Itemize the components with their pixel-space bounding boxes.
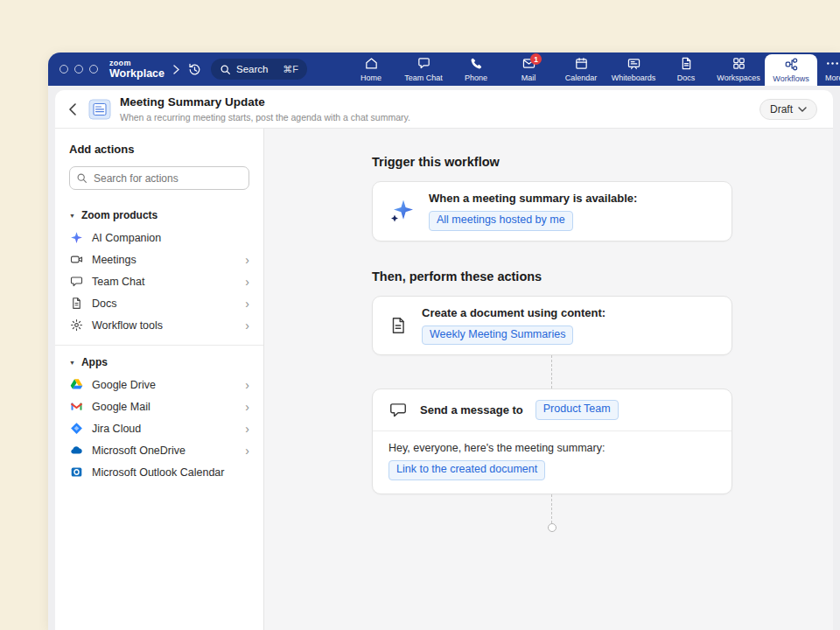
sidebar-divider (55, 345, 263, 346)
zoom-workplace-logo: zoom Workplace (109, 60, 164, 80)
workspaces-icon (732, 56, 746, 71)
chevron-left-icon (69, 103, 76, 116)
tab-mail[interactable]: Mail 1 (502, 52, 555, 86)
video-camera-icon (69, 253, 83, 266)
chevron-right-icon: › (245, 444, 249, 457)
sidebar-item-team-chat[interactable]: Team Chat › (69, 270, 249, 292)
workflow-canvas: Trigger this workflow When a meeting sum… (264, 129, 833, 630)
workflow-end-node (548, 523, 556, 532)
sidebar-item-workflow-tools[interactable]: Workflow tools › (69, 314, 249, 336)
trigger-scope-chip[interactable]: All meetings hosted by me (429, 211, 573, 231)
actions-search-input[interactable] (69, 166, 249, 190)
triangle-down-icon: ▼ (69, 213, 75, 219)
gear-icon (69, 318, 83, 332)
history-button[interactable] (187, 62, 202, 77)
tab-phone[interactable]: Phone (450, 52, 502, 86)
chevron-down-icon (798, 107, 807, 112)
trigger-card-content: When a meeting summary is available: All… (429, 192, 637, 231)
chevron-right-icon: › (245, 401, 249, 413)
window-controls (60, 65, 98, 74)
chevron-right-icon: › (245, 298, 249, 310)
chevron-right-icon: › (245, 254, 249, 266)
onedrive-icon (69, 444, 83, 457)
send-message-card[interactable]: Send a message to Product Team Hey, ever… (372, 388, 732, 494)
trigger-text: When a meeting summary is available: (429, 192, 637, 205)
logo-workplace-text: Workplace (109, 68, 164, 80)
tab-workflows[interactable]: Workflows (765, 54, 817, 86)
sidebar-item-meetings[interactable]: Meetings › (69, 248, 249, 270)
chevron-right-icon: › (245, 276, 249, 288)
window-close-button[interactable] (60, 65, 68, 74)
chevron-right-icon (173, 65, 179, 74)
sidebar-item-google-mail[interactable]: Google Mail › (69, 396, 249, 417)
trigger-card[interactable]: When a meeting summary is available: All… (372, 181, 732, 242)
section-apps[interactable]: ▼ Apps (69, 351, 249, 374)
sidebar-item-google-drive[interactable]: Google Drive › (69, 374, 249, 396)
sidebar-item-jira-cloud[interactable]: Jira Cloud › (69, 417, 249, 439)
search-icon (220, 64, 231, 75)
window-zoom-button[interactable] (89, 65, 98, 74)
chevron-right-icon: › (245, 319, 249, 332)
logo-zoom-text: zoom (109, 60, 164, 67)
recipient-chip[interactable]: Product Team (536, 400, 619, 420)
message-body: Hey, everyone, here's the meeting summar… (373, 431, 732, 494)
tab-team-chat[interactable]: Team Chat (397, 52, 450, 86)
tab-whiteboards[interactable]: Whiteboards (607, 52, 660, 86)
history-icon (187, 62, 202, 77)
status-dropdown[interactable]: Draft (760, 99, 817, 120)
sidebar-item-docs[interactable]: Docs › (69, 292, 249, 314)
tab-more[interactable]: More (817, 52, 840, 86)
mail-badge: 1 (530, 53, 542, 65)
section-zoom-products[interactable]: ▼ Zoom products (69, 204, 249, 227)
create-document-content: Create a document using content: Weekly … (422, 306, 606, 346)
tab-calendar[interactable]: Calendar (555, 52, 607, 86)
sidebar-item-microsoft-onedrive[interactable]: Microsoft OneDrive › (69, 439, 249, 461)
create-document-text: Create a document using content: (422, 306, 606, 319)
workflow-subtitle: When a recurring meeting starts, post th… (120, 112, 410, 122)
gmail-icon (69, 400, 83, 413)
window-minimize-button[interactable] (74, 65, 83, 74)
tab-docs[interactable]: Docs (660, 52, 712, 86)
home-icon (364, 56, 379, 71)
top-navbar: zoom Workplace Search ⌘F Home T (48, 52, 840, 86)
document-content-chip[interactable]: Weekly Meeting Summaries (422, 326, 573, 346)
google-drive-icon (69, 378, 83, 391)
document-icon (388, 316, 408, 335)
workflows-icon (784, 57, 799, 72)
tab-workspaces[interactable]: Workspaces (712, 52, 765, 86)
back-button[interactable] (69, 103, 76, 116)
dashed-connector (551, 494, 552, 523)
triangle-down-icon: ▼ (69, 360, 75, 366)
ai-sparkle-icon (69, 231, 83, 244)
outlook-calendar-icon (69, 466, 83, 479)
sidebar-heading: Add actions (69, 143, 249, 156)
search-label: Search (236, 64, 268, 74)
document-link-chip[interactable]: Link to the created document (388, 460, 545, 480)
search-icon (76, 172, 88, 184)
status-label: Draft (770, 103, 793, 116)
workflow-title-block: Meeting Summary Update When a recurring … (120, 95, 410, 122)
document-icon (69, 297, 83, 310)
chat-bubble-icon (69, 275, 83, 288)
tab-home[interactable]: Home (345, 52, 397, 86)
actions-heading: Then, perform these actions (372, 270, 732, 284)
chevron-right-icon: › (245, 379, 249, 391)
workflow-icon (88, 98, 111, 121)
app-window: zoom Workplace Search ⌘F Home T (48, 52, 840, 630)
trigger-heading: Trigger this workflow (372, 155, 732, 169)
jira-icon (69, 422, 83, 435)
global-search[interactable]: Search ⌘F (211, 59, 307, 80)
docs-icon (679, 56, 694, 71)
actions-search (69, 166, 249, 190)
content-area: Meeting Summary Update When a recurring … (48, 86, 840, 630)
sidebar-item-microsoft-outlook-calendar[interactable]: Microsoft Outlook Calendar (69, 461, 249, 483)
create-document-card[interactable]: Create a document using content: Weekly … (372, 296, 732, 356)
search-shortcut: ⌘F (283, 64, 298, 75)
chevron-right-icon: › (245, 423, 249, 435)
nav-collapse-chevron[interactable] (173, 65, 179, 74)
dashed-connector (551, 355, 552, 388)
whiteboard-icon (626, 56, 641, 71)
chat-bubble-icon (388, 401, 408, 420)
sidebar-item-ai-companion[interactable]: AI Companion (69, 227, 249, 248)
workflow-header: Meeting Summary Update When a recurring … (55, 90, 833, 129)
